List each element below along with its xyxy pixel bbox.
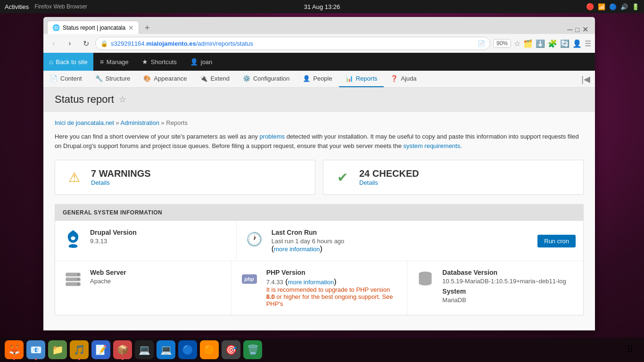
problems-link[interactable]: problems xyxy=(260,133,285,140)
appearance-icon: 🎨 xyxy=(143,75,151,82)
address-bar[interactable]: 🔒 s329291164.mialojamiento.es/admin/repo… xyxy=(95,37,490,50)
clock-icon: 🕐 xyxy=(244,229,265,249)
back-button[interactable]: ‹ xyxy=(47,37,60,50)
structure-icon: 🔧 xyxy=(95,75,103,82)
dock-sublime[interactable]: 🟠 xyxy=(200,340,219,359)
nav-more-button[interactable]: |◀ xyxy=(577,71,595,87)
app-grid-button[interactable]: ⠿ xyxy=(620,340,639,359)
extension-icon[interactable]: 🧩 xyxy=(548,39,557,48)
database-title: Database Version xyxy=(442,269,576,276)
new-tab-button[interactable]: + xyxy=(141,22,153,34)
dock-files[interactable]: 📁 xyxy=(48,340,67,359)
pocket-icon[interactable]: 🗂️ xyxy=(523,39,533,48)
dock-terminal[interactable]: 💻 xyxy=(135,340,154,359)
php-logo: php xyxy=(239,269,260,289)
help-icon: ❓ xyxy=(390,75,398,82)
cron-title: Last Cron Run xyxy=(272,229,531,236)
warnings-count: 7 WARNINGS xyxy=(91,168,151,179)
warnings-card: ⚠ 7 WARNINGS Details xyxy=(55,160,315,195)
nav-reports[interactable]: 📊 Reports xyxy=(339,71,384,87)
shortcuts-menu-item[interactable]: ★ Shortcuts xyxy=(135,53,183,71)
general-system-section: GENERAL SYSTEM INFORMATION Drupal Versio… xyxy=(55,204,584,315)
bookmark-icon[interactable]: ☆ xyxy=(514,39,520,48)
dock-trash[interactable]: 🗑️ xyxy=(243,340,262,359)
favorite-button[interactable]: ☆ xyxy=(119,94,126,105)
webserver-title: Web Server xyxy=(90,269,223,276)
system-requirements-link[interactable]: system requirements xyxy=(404,142,461,149)
browser-tabs: 🌐 Status report | joancatala ✕ + ─ □ ✕ xyxy=(43,17,595,34)
cron-value: Last run 1 day 6 hours ago xyxy=(272,238,531,245)
content-icon: 📄 xyxy=(50,75,58,82)
tab-favicon: 🌐 xyxy=(52,24,60,31)
dock-writer[interactable]: 📝 xyxy=(91,340,110,359)
database-cell: Database Version 10.5.19-MariaDB-1:10.5.… xyxy=(407,261,583,315)
section-row-1: Drupal Version 9.3.13 🕐 Last Cron Run La… xyxy=(55,221,583,261)
activities-label[interactable]: Activities xyxy=(5,3,29,10)
system-tray: 🔴 📶 🔵 🔊 🔋 xyxy=(586,3,639,10)
php-version-value: 7.4.33 xyxy=(266,279,283,286)
back-to-site-button[interactable]: ⌂ Back to site xyxy=(43,53,93,71)
page-description: Here you can find a short overview of yo… xyxy=(55,132,584,150)
cron-more-info-link[interactable]: more information xyxy=(274,246,320,253)
page-content: Status report ☆ Inici de joancatala.net … xyxy=(43,88,595,330)
nav-configuration[interactable]: ⚙️ Configuration xyxy=(236,71,296,87)
warning-icon: ⚠ xyxy=(65,168,83,187)
page-header: Status report ☆ xyxy=(43,88,595,112)
page-body: Inici de joancatala.net » Administration… xyxy=(43,112,595,323)
drupal-version-value: 9.3.13 xyxy=(90,238,229,245)
drupal-version-cell: Drupal Version 9.3.13 xyxy=(55,221,237,261)
database-version-value: 10.5.19-MariaDB-1:10.5.19+maria~deb11-lo… xyxy=(442,278,576,285)
database-icon xyxy=(415,269,436,289)
drupal-version-title: Drupal Version xyxy=(90,229,229,236)
tab-title: Status report | joancatala xyxy=(63,25,125,31)
nav-structure[interactable]: 🔧 Structure xyxy=(89,71,137,87)
php-more-info-link[interactable]: more information xyxy=(288,279,334,286)
section-header: GENERAL SYSTEM INFORMATION xyxy=(55,205,583,221)
reader-mode-icon[interactable]: 📄 xyxy=(478,40,485,47)
menu-icon[interactable]: ☰ xyxy=(585,39,591,48)
dock-store[interactable]: 📦 xyxy=(113,340,132,359)
nav-help[interactable]: ❓ Ajuda xyxy=(384,71,423,87)
php-title: PHP Version xyxy=(266,269,400,276)
breadcrumb-admin[interactable]: Administration xyxy=(121,119,159,126)
page-title: Status report xyxy=(55,93,114,106)
taskbar-top: Activities Firefox Web Browser 31 Aug 13… xyxy=(0,0,644,13)
download-icon[interactable]: ⬇️ xyxy=(536,39,545,48)
firefox-label: Firefox Web Browser xyxy=(34,3,87,10)
status-cards: ⚠ 7 WARNINGS Details ✔ 24 CHECKED Detail… xyxy=(55,160,584,195)
dock-music[interactable]: 🎵 xyxy=(70,340,89,359)
nav-people[interactable]: 👤 People xyxy=(296,71,339,87)
warnings-details-link[interactable]: Details xyxy=(91,179,151,186)
dock-app1[interactable]: 🎯 xyxy=(222,340,240,359)
dock-vscode[interactable]: 🔵 xyxy=(178,340,197,359)
profile-icon[interactable]: 👤 xyxy=(572,39,582,48)
forward-button[interactable]: › xyxy=(63,37,76,50)
database-system-label: System xyxy=(442,288,576,295)
manage-icon: ≡ xyxy=(100,58,104,66)
zoom-level[interactable]: 90% xyxy=(493,39,511,48)
manage-menu-item[interactable]: ≡ Manage xyxy=(93,53,135,71)
container-icon[interactable]: 🔄 xyxy=(560,39,570,48)
minimize-button[interactable]: ─ xyxy=(567,25,572,34)
nav-content[interactable]: 📄 Content xyxy=(43,71,89,87)
tab-close-button[interactable]: ✕ xyxy=(128,24,134,32)
secondary-nav: 📄 Content 🔧 Structure 🎨 Appearance 🔌 Ext… xyxy=(43,71,595,88)
dock-firefox[interactable]: 🦊 xyxy=(5,340,24,359)
star-icon: ★ xyxy=(142,58,148,66)
close-button[interactable]: ✕ xyxy=(582,25,588,34)
dock-vscode-like[interactable]: 💻 xyxy=(157,340,175,359)
breadcrumb-home[interactable]: Inici de joancatala.net xyxy=(55,119,114,126)
reload-button[interactable]: ↻ xyxy=(79,37,92,50)
section-row-2: Web Server Apache php PHP Version 7.4.33… xyxy=(55,261,583,315)
checked-card: ✔ 24 CHECKED Details xyxy=(323,160,584,195)
maximize-button[interactable]: □ xyxy=(576,26,579,33)
checked-details-link[interactable]: Details xyxy=(359,179,419,186)
datetime: 31 Aug 13:26 xyxy=(304,3,340,10)
dock-email[interactable]: 📧 xyxy=(26,340,45,359)
breadcrumb: Inici de joancatala.net » Administration… xyxy=(55,119,584,126)
run-cron-button[interactable]: Run cron xyxy=(537,235,576,247)
nav-extend[interactable]: 🔌 Extend xyxy=(193,71,236,87)
user-menu-item[interactable]: 👤 joan xyxy=(183,53,219,71)
nav-appearance[interactable]: 🎨 Appearance xyxy=(137,71,193,87)
active-tab[interactable]: 🌐 Status report | joancatala ✕ xyxy=(47,21,139,34)
